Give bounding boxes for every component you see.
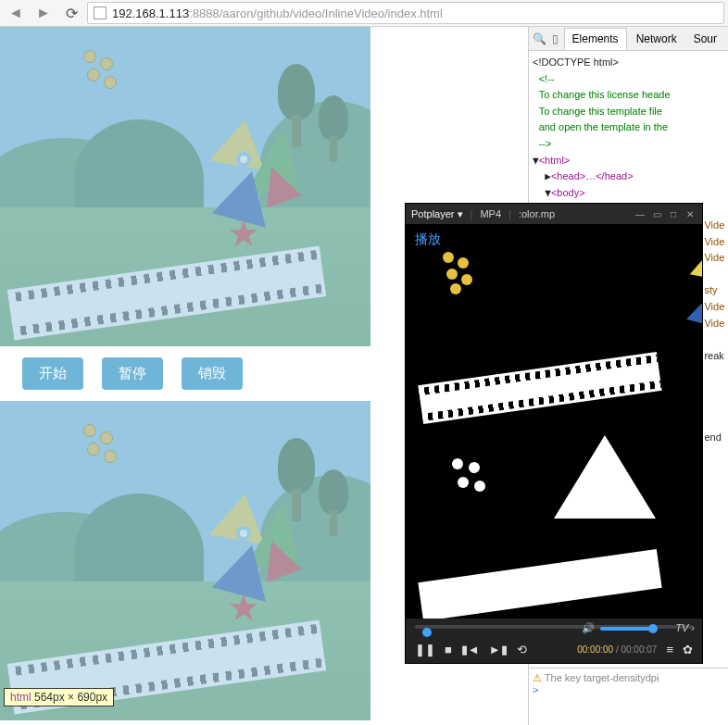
potplayer-file: :olor.mp [519, 208, 555, 219]
maximize-icon[interactable]: □ [667, 208, 680, 219]
volume-slider[interactable] [600, 627, 656, 631]
forward-button[interactable]: ► [31, 3, 56, 23]
inspect-icon[interactable]: 🔍 [533, 30, 546, 48]
potplayer-format: MP4 [480, 208, 501, 219]
destroy-button-1[interactable]: 销毁 [182, 357, 243, 390]
url-host: 192.168.1.113 [112, 6, 189, 20]
potplayer-window[interactable]: Potplayer ▾ | MP4 | :olor.mp — ▭ □ ✕ 播放 … [405, 203, 703, 664]
tab-network[interactable]: Network [629, 29, 684, 49]
start-button-1[interactable]: 开始 [22, 357, 83, 390]
tab-sources[interactable]: Sour [686, 29, 724, 49]
url-bar[interactable]: 192.168.1.113:8888/aaron/github/video/In… [87, 2, 724, 24]
console-warning: The key target-densitydpi [545, 672, 659, 683]
page-icon [94, 6, 107, 19]
potplayer-title: Potplayer ▾ [411, 208, 463, 220]
settings-icon[interactable]: ✿ [683, 643, 693, 656]
potplayer-video[interactable]: 播放 ★ [406, 224, 702, 619]
seek-bar[interactable]: TV › 🔊 [406, 619, 702, 635]
console-panel[interactable]: ⚠ The key target-densitydpi > [529, 668, 728, 725]
reload-button[interactable]: ⟳ [59, 3, 83, 23]
time-display: 00:00:00 / 00:00:07 [577, 644, 657, 655]
browser-toolbar: ◄ ► ⟳ 192.168.1.113:8888/aaron/github/vi… [0, 0, 728, 27]
element-tooltip: html 564px × 690px [4, 688, 114, 706]
tooltip-tag: html [10, 691, 31, 704]
device-icon[interactable]: ▯ [548, 30, 562, 48]
button-row-2: 开始 暂停 销毁 [0, 720, 528, 725]
warning-icon: ⚠ [533, 672, 542, 683]
url-path: :8888/aaron/github/video/InlineVideo/ind… [189, 6, 443, 20]
loop-icon[interactable]: ⟲ [517, 643, 527, 656]
restore-icon[interactable]: ▭ [650, 208, 663, 219]
next-icon[interactable]: ►▮ [489, 643, 508, 656]
tooltip-dims: 564px × 690px [34, 691, 107, 704]
pause-button-1[interactable]: 暂停 [102, 357, 163, 390]
stop-icon[interactable]: ■ [445, 643, 452, 656]
close-icon[interactable]: ✕ [684, 208, 697, 219]
devtools-toolbar: 🔍 ▯ Elements Network Sour [529, 27, 728, 51]
volume-icon[interactable]: 🔊 [582, 622, 595, 634]
console-prompt[interactable]: > [533, 684, 724, 695]
minimize-icon[interactable]: — [634, 208, 646, 219]
prev-icon[interactable]: ▮◄ [461, 643, 480, 656]
pause-icon[interactable]: ❚❚ [415, 643, 435, 656]
potplayer-controls: TV › 🔊 ❚❚ ■ ▮◄ ►▮ ⟲ 00:00:00 / 00:00:07 … [406, 619, 702, 663]
tab-elements[interactable]: Elements [564, 28, 627, 50]
potplayer-titlebar[interactable]: Potplayer ▾ | MP4 | :olor.mp — ▭ □ ✕ [406, 204, 702, 224]
video-scene-2: ★ [0, 401, 370, 720]
back-button[interactable]: ◄ [4, 3, 28, 23]
video-scene-1: ★ [0, 27, 370, 346]
playlist-icon[interactable]: ≡ [666, 643, 673, 656]
